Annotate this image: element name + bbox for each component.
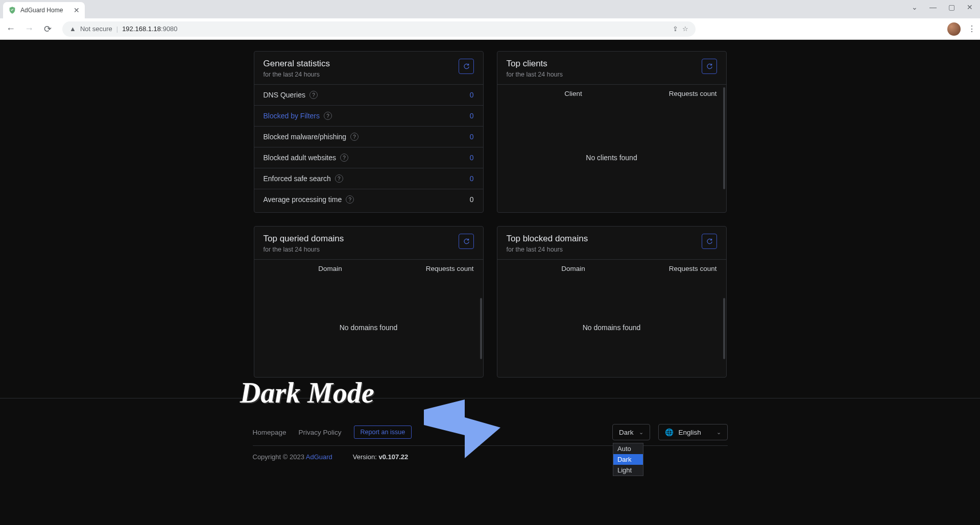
column-client: Client (507, 90, 640, 97)
refresh-button[interactable] (702, 234, 717, 249)
theme-option[interactable]: Light (613, 465, 643, 476)
nav-reload-icon[interactable]: ⟳ (41, 23, 54, 35)
card-title: Top blocked domains (507, 234, 588, 244)
window-maximize-icon[interactable]: ▢ (944, 3, 959, 11)
address-bar[interactable]: ▲ Not secure | 192.168.1.18:9080 ⇪ ☆ (62, 21, 696, 37)
theme-select[interactable]: Dark ⌄ AutoDarkLight (612, 424, 650, 440)
refresh-icon (463, 63, 470, 70)
globe-icon: 🌐 (665, 428, 674, 436)
refresh-button[interactable] (702, 59, 717, 74)
refresh-button[interactable] (459, 234, 474, 249)
card-subtitle: for the last 24 hours (507, 246, 588, 253)
empty-clients-text: No clients found (586, 154, 637, 162)
card-top-blocked-domains: Top blocked domains for the last 24 hour… (497, 226, 727, 378)
url-port: :9080 (161, 25, 178, 33)
not-secure-icon: ▲ (69, 25, 76, 33)
footer-homepage-link[interactable]: Homepage (253, 429, 286, 436)
stat-row: DNS Queries?0 (254, 84, 483, 105)
stat-label[interactable]: Blocked by Filters (264, 112, 320, 120)
stat-row: Average processing time?0 (254, 189, 483, 210)
copyright-text: Copyright © 2023 AdGuard (253, 453, 332, 461)
stat-label: Enforced safe search (264, 174, 331, 183)
stat-row: Blocked adult websites?0 (254, 147, 483, 168)
help-icon[interactable]: ? (350, 133, 358, 141)
column-domain: Domain (264, 265, 397, 272)
browser-tab[interactable]: AdGuard Home ✕ (3, 2, 85, 18)
scrollbar[interactable] (723, 298, 725, 359)
help-icon[interactable]: ? (340, 154, 348, 162)
window-minimize-icon[interactable]: — (926, 3, 940, 11)
refresh-button[interactable] (459, 59, 474, 74)
empty-domains-text: No domains found (583, 323, 641, 332)
adguard-shield-icon (8, 6, 16, 14)
kebab-menu-icon[interactable]: ⋮ (968, 24, 976, 34)
stat-label: Blocked adult websites (264, 154, 336, 162)
profile-avatar[interactable] (947, 22, 961, 36)
refresh-icon (463, 238, 470, 245)
card-top-queried-domains: Top queried domains for the last 24 hour… (254, 226, 484, 378)
column-requests: Requests count (397, 265, 474, 272)
refresh-icon (706, 238, 713, 245)
card-top-clients: Top clients for the last 24 hours Client… (497, 51, 727, 213)
scrollbar[interactable] (723, 87, 725, 189)
url-host: 192.168.1.18 (122, 25, 161, 33)
stat-label: DNS Queries (264, 91, 305, 99)
stat-row: Blocked by Filters?0 (254, 105, 483, 126)
card-title: Top queried domains (264, 234, 344, 244)
tab-close-icon[interactable]: ✕ (74, 6, 80, 14)
nav-back-icon[interactable]: ← (4, 23, 17, 34)
footer-privacy-link[interactable]: Privacy Policy (299, 429, 342, 436)
scrollbar[interactable] (480, 298, 482, 359)
help-icon[interactable]: ? (324, 112, 332, 120)
help-icon[interactable]: ? (309, 91, 318, 99)
card-general-statistics: General statistics for the last 24 hours… (254, 51, 484, 213)
refresh-icon (706, 63, 713, 70)
stat-value: 0 (470, 195, 474, 204)
chevron-down-icon: ⌄ (639, 429, 643, 436)
nav-forward-icon: → (22, 23, 36, 34)
stat-row: Enforced safe search?0 (254, 168, 483, 189)
stat-value: 0 (470, 91, 474, 99)
stat-value: 0 (470, 154, 474, 162)
security-label: Not secure (80, 25, 112, 33)
stat-value: 0 (470, 174, 474, 183)
card-subtitle: for the last 24 hours (507, 71, 563, 78)
language-select[interactable]: 🌐 English ⌄ (658, 424, 728, 440)
language-selected-label: English (679, 429, 701, 436)
window-close-icon[interactable]: ✕ (963, 3, 977, 11)
theme-dropdown: AutoDarkLight (613, 443, 643, 476)
stat-label: Average processing time (264, 195, 342, 204)
chevron-down-icon[interactable]: ⌄ (907, 3, 922, 11)
tab-title: AdGuard Home (20, 7, 63, 14)
card-title: Top clients (507, 59, 563, 69)
chevron-down-icon: ⌄ (716, 429, 721, 436)
help-icon[interactable]: ? (346, 195, 354, 204)
empty-domains-text: No domains found (340, 323, 398, 332)
card-title: General statistics (264, 59, 330, 69)
version-text: Version: v0.107.22 (353, 453, 408, 461)
bookmark-star-icon[interactable]: ☆ (682, 25, 688, 33)
stat-row: Blocked malware/phishing?0 (254, 126, 483, 147)
card-subtitle: for the last 24 hours (264, 71, 330, 78)
theme-selected-label: Dark (619, 429, 634, 436)
stat-label: Blocked malware/phishing (264, 133, 347, 141)
column-requests: Requests count (640, 90, 717, 97)
card-subtitle: for the last 24 hours (264, 246, 344, 253)
theme-option[interactable]: Auto (613, 443, 643, 454)
adguard-link[interactable]: AdGuard (306, 453, 332, 461)
stat-value: 0 (470, 112, 474, 120)
help-icon[interactable]: ? (335, 174, 343, 183)
column-requests: Requests count (640, 265, 717, 272)
share-icon[interactable]: ⇪ (673, 25, 678, 33)
report-issue-button[interactable]: Report an issue (354, 426, 412, 439)
theme-option[interactable]: Dark (613, 454, 643, 465)
stat-value: 0 (470, 133, 474, 141)
column-domain: Domain (507, 265, 640, 272)
